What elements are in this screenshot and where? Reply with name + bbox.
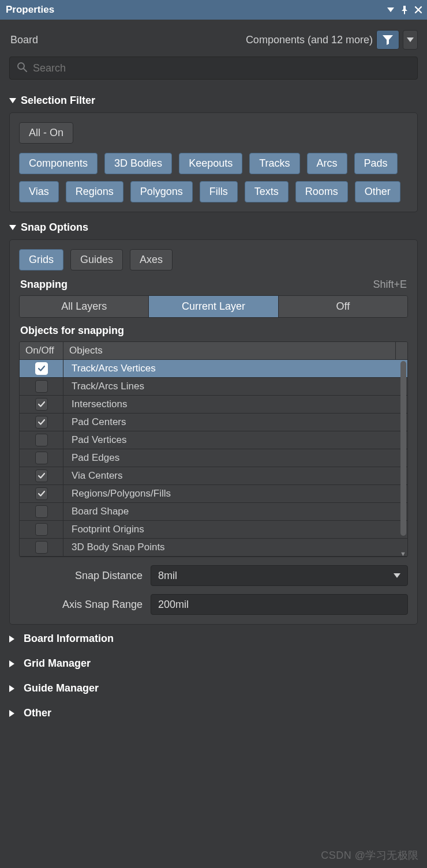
axis-snap-range-field[interactable]: 200mil — [151, 594, 408, 615]
search-box[interactable] — [9, 57, 418, 80]
checkbox[interactable] — [35, 487, 48, 500]
object-label: Track/Arcs Vertices — [63, 363, 407, 374]
snapping-shortcut: Shift+E — [373, 279, 407, 291]
col-onoff[interactable]: On/Off — [20, 342, 63, 359]
filter-3d-bodies[interactable]: 3D Bodies — [104, 153, 172, 174]
axis-snap-range-value: 200mil — [158, 599, 189, 611]
filter-tracks[interactable]: Tracks — [249, 153, 299, 174]
snap-options-group: GridsGuidesAxes Snapping Shift+E All Lay… — [9, 239, 418, 625]
table-row[interactable]: Regions/Polygons/Fills — [20, 485, 407, 503]
table-row[interactable]: Via Centers — [20, 467, 407, 485]
funnel-icon — [382, 35, 394, 45]
search-icon — [17, 62, 27, 75]
table-row[interactable]: Track/Arcs Vertices — [20, 360, 407, 378]
scroll-down-icon[interactable]: ▼ — [400, 550, 406, 557]
snap-mode-current-layer[interactable]: Current Layer — [149, 296, 278, 317]
snap-objects-table: On/Off Objects Track/Arcs VerticesTrack/… — [19, 341, 408, 557]
chevron-down-icon — [394, 573, 400, 578]
table-row[interactable]: Pad Edges — [20, 449, 407, 467]
section-guide-manager-header[interactable]: Guide Manager — [0, 674, 427, 699]
objects-for-snapping-label: Objects for snapping — [20, 325, 408, 337]
object-label: Board Shape — [63, 506, 407, 517]
section-board-information-header[interactable]: Board Information — [0, 625, 427, 649]
snap-distance-label: Snap Distance — [19, 570, 143, 582]
snap-toggle-guides[interactable]: Guides — [70, 249, 123, 270]
title-bar: Properties — [0, 0, 427, 20]
selection-filter-group: All - On Components3D BodiesKeepoutsTrac… — [9, 112, 418, 212]
checkbox[interactable] — [35, 523, 48, 536]
context-label: Board — [10, 34, 38, 46]
filter-components[interactable]: Components — [19, 153, 98, 174]
filter-keepouts[interactable]: Keepouts — [179, 153, 242, 174]
panel-title: Properties — [6, 4, 54, 16]
checkbox[interactable] — [35, 469, 48, 482]
filter-pads[interactable]: Pads — [354, 153, 398, 174]
checkbox[interactable] — [35, 380, 48, 393]
filter-button[interactable] — [376, 30, 399, 50]
checkbox[interactable] — [35, 398, 48, 411]
snapping-mode-segmented: All LayersCurrent LayerOff — [19, 295, 408, 318]
section-title: Selection Filter — [21, 95, 95, 107]
snap-mode-off[interactable]: Off — [279, 296, 407, 317]
axis-snap-range-label: Axis Snap Range — [19, 599, 143, 611]
filter-regions[interactable]: Regions — [66, 181, 123, 202]
dropdown-icon[interactable] — [387, 6, 395, 13]
context-row: Board Components (and 12 more) — [0, 20, 427, 57]
section-snap-options-header[interactable]: Snap Options — [0, 212, 427, 239]
checkbox[interactable] — [35, 434, 48, 446]
object-label: Pad Centers — [63, 416, 407, 428]
table-row[interactable]: Pad Vertices — [20, 431, 407, 449]
close-icon[interactable] — [414, 6, 422, 14]
section-title: Snap Options — [21, 221, 88, 234]
collapse-icon — [9, 685, 18, 692]
object-label: Pad Vertices — [63, 434, 407, 446]
filter-fills[interactable]: Fills — [200, 181, 238, 202]
filter-other[interactable]: Other — [355, 181, 400, 202]
section-selection-filter-header[interactable]: Selection Filter — [0, 85, 427, 112]
watermark: CSDN @学习无极限 — [321, 848, 419, 862]
checkbox[interactable] — [35, 452, 48, 464]
table-row[interactable]: Board Shape — [20, 503, 407, 521]
all-on-button[interactable]: All - On — [19, 122, 73, 144]
snap-toggle-grids[interactable]: Grids — [19, 249, 63, 270]
filter-rooms[interactable]: Rooms — [295, 181, 348, 202]
col-end — [396, 342, 407, 359]
object-label: Track/Arcs Lines — [63, 381, 407, 392]
checkbox[interactable] — [35, 362, 48, 375]
filter-vias[interactable]: Vias — [19, 181, 59, 202]
section-title: Grid Manager — [24, 657, 91, 670]
object-label: Intersections — [63, 399, 407, 410]
section-other-header[interactable]: Other — [0, 699, 427, 724]
chevron-down-icon — [407, 37, 414, 42]
table-row[interactable]: 3D Body Snap Points — [20, 539, 407, 557]
table-row[interactable]: Pad Centers — [20, 414, 407, 431]
object-label: 3D Body Snap Points — [63, 542, 407, 553]
object-label: Regions/Polygons/Fills — [63, 488, 407, 499]
table-row[interactable]: Footprint Origins — [20, 521, 407, 539]
filter-texts[interactable]: Texts — [245, 181, 289, 202]
filter-summary: Components (and 12 more) — [246, 34, 373, 46]
filter-arcs[interactable]: Arcs — [307, 153, 347, 174]
checkbox[interactable] — [35, 416, 48, 429]
checkbox[interactable] — [35, 505, 48, 518]
filter-dropdown-button[interactable] — [403, 30, 418, 50]
section-grid-manager-header[interactable]: Grid Manager — [0, 649, 427, 674]
checkbox[interactable] — [35, 541, 48, 554]
collapse-icon — [9, 710, 18, 717]
filter-polygons[interactable]: Polygons — [130, 181, 193, 202]
table-row[interactable]: Intersections — [20, 396, 407, 414]
snap-distance-value: 8mil — [158, 570, 177, 582]
col-objects[interactable]: Objects — [63, 342, 396, 359]
expand-icon — [9, 225, 16, 230]
pin-icon[interactable] — [400, 5, 409, 14]
snap-mode-all-layers[interactable]: All Layers — [20, 296, 149, 317]
table-row[interactable]: Track/Arcs Lines — [20, 378, 407, 396]
snap-distance-field[interactable]: 8mil — [151, 565, 408, 586]
search-input[interactable] — [33, 62, 410, 74]
table-scrollbar[interactable] — [400, 361, 406, 555]
collapse-icon — [9, 660, 18, 667]
section-title: Guide Manager — [24, 682, 99, 694]
snap-toggle-axes[interactable]: Axes — [130, 249, 173, 270]
object-label: Footprint Origins — [63, 524, 407, 535]
section-title: Board Information — [24, 633, 114, 645]
